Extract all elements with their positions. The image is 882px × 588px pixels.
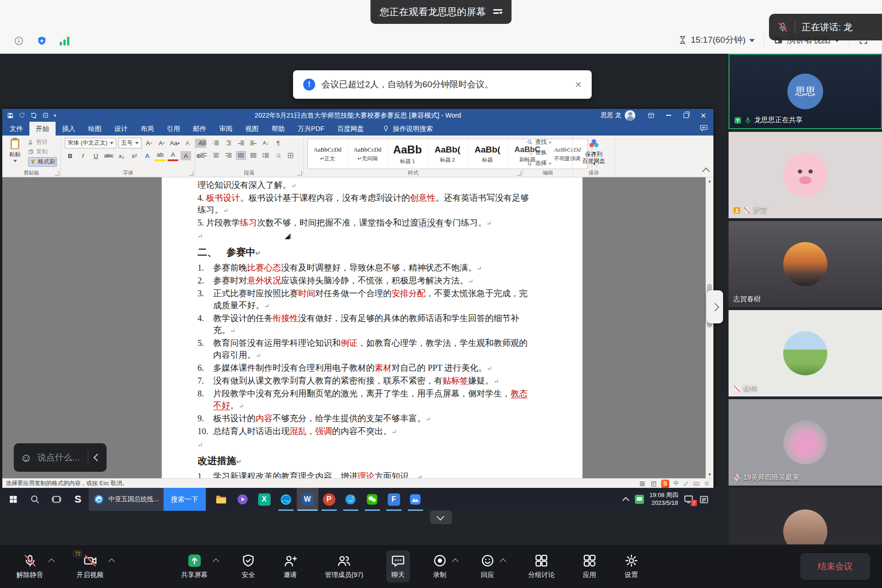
subscript-button[interactable]: x₂ xyxy=(116,151,127,160)
chevron-up-icon[interactable] xyxy=(108,559,115,565)
start-video-button[interactable]: 开启视频72 xyxy=(72,550,108,582)
ime-settings-icon[interactable] xyxy=(704,481,710,486)
find-button[interactable]: 查找▾ xyxy=(527,138,551,147)
breakout-button[interactable]: 分组讨论 xyxy=(524,550,560,582)
taskbar-app-media[interactable] xyxy=(232,488,254,511)
text-effects-button[interactable]: A xyxy=(142,151,153,160)
clear-format-icon[interactable]: A xyxy=(182,139,193,148)
font-color-button[interactable]: A xyxy=(168,150,178,161)
style-card[interactable]: AaBb(标题 xyxy=(468,139,508,169)
quick-chat-input[interactable]: ☺ 说点什么... xyxy=(14,443,107,472)
collapse-ribbon-icon[interactable] xyxy=(702,168,710,175)
minimize-icon[interactable] xyxy=(660,109,677,122)
tell-me-search[interactable]: 操作说明搜索 xyxy=(382,122,433,136)
participant-tile[interactable]: 思思龙思思正在共享 xyxy=(729,54,882,129)
taskbar-app-swirl[interactable] xyxy=(340,488,362,511)
style-card[interactable]: AaBbCcDd↵无间隔 xyxy=(348,139,388,169)
end-meeting-button[interactable]: 结束会议 xyxy=(800,553,870,580)
network-signal-icon[interactable] xyxy=(60,36,69,45)
comments-icon[interactable] xyxy=(700,124,708,132)
scroll-down-icon[interactable]: ▼ xyxy=(706,471,713,478)
dialog-launcher-icon[interactable] xyxy=(55,171,59,175)
chevron-up-icon[interactable] xyxy=(452,559,458,565)
taskbar-clock[interactable]: 19:08 周四 2023/5/18 xyxy=(650,492,678,507)
italic-button[interactable]: I xyxy=(78,151,88,160)
shield-health-icon[interactable] xyxy=(37,36,47,46)
copy-button[interactable]: 复制 xyxy=(28,147,57,156)
replace-button[interactable]: 替换 xyxy=(527,148,551,157)
reaction-button[interactable]: 回应 xyxy=(476,550,499,582)
taskbar-app-wechat[interactable] xyxy=(362,488,383,511)
task-view-icon[interactable] xyxy=(45,488,67,511)
line-spacing-icon[interactable] xyxy=(261,151,271,160)
sogou-input-icon[interactable]: S xyxy=(661,480,669,488)
word-tab-帮助[interactable]: 帮助 xyxy=(265,122,291,136)
justify-icon[interactable] xyxy=(236,151,246,160)
close-icon[interactable]: ✕ xyxy=(695,109,712,122)
invite-button[interactable]: 邀请 xyxy=(278,550,302,582)
word-tab-绘图[interactable]: 绘图 xyxy=(82,122,108,136)
tray-chat-icon[interactable] xyxy=(635,495,644,504)
pilcrow-icon[interactable]: ¶ xyxy=(273,139,283,147)
word-tab-文件[interactable]: 文件 xyxy=(3,122,29,136)
save-icon[interactable] xyxy=(7,112,14,119)
font-size-select[interactable]: 五号 xyxy=(119,138,141,148)
change-case-button[interactable]: Aa▾ xyxy=(170,139,180,148)
taskbar-app-m-app[interactable] xyxy=(405,488,426,511)
align-center-icon[interactable] xyxy=(211,151,221,160)
screen-watch-banner[interactable]: 您正在观看龙思思的屏幕 xyxy=(371,0,512,24)
account-avatar[interactable] xyxy=(625,110,635,121)
share-screen-button[interactable]: 共享屏幕 xyxy=(176,550,212,582)
taskbar-app-explorer[interactable] xyxy=(210,488,232,511)
shading-icon[interactable] xyxy=(273,151,283,160)
word-tab-视图[interactable]: 视图 xyxy=(239,122,265,136)
qat-more-icon[interactable]: ▾ xyxy=(54,113,57,119)
close-icon[interactable]: × xyxy=(575,79,582,90)
sidebar-expand-handle[interactable] xyxy=(707,290,723,323)
banner-menu-icon[interactable] xyxy=(493,9,503,15)
undo-icon[interactable] xyxy=(30,112,37,119)
paste-button[interactable]: 粘贴 xyxy=(6,138,24,170)
word-tab-插入[interactable]: 插入 xyxy=(56,122,82,136)
restore-icon[interactable] xyxy=(678,109,694,122)
security-button[interactable]: 安全 xyxy=(237,550,260,582)
chevron-up-icon[interactable] xyxy=(48,559,55,565)
distribute-icon[interactable] xyxy=(249,151,258,160)
align-left-icon[interactable] xyxy=(199,151,209,160)
scroll-up-icon[interactable]: ▲ xyxy=(706,177,713,185)
taskbar-search-icon[interactable] xyxy=(24,488,45,511)
participant-tile[interactable] xyxy=(729,488,882,544)
participant-tile[interactable]: 罗芳 xyxy=(729,132,882,218)
decrease-indent-icon[interactable] xyxy=(236,139,246,147)
apps-button[interactable]: 应用 xyxy=(578,550,601,582)
document-page[interactable]: 理论知识没有深入了解。↵4. 板书设计。板书设计基于课程内容，没有考虑到设计的创… xyxy=(162,177,582,478)
font-name-select[interactable]: 宋体 (中文正文) xyxy=(65,138,116,148)
chat-button[interactable]: 聊天 xyxy=(386,550,410,582)
sharing-indicator-icon[interactable]: 7 xyxy=(684,494,694,504)
members-button[interactable]: 管理成员(97) xyxy=(320,550,368,582)
word-tab-布局[interactable]: 布局 xyxy=(134,122,160,136)
collapse-chat-icon[interactable] xyxy=(88,443,107,472)
meeting-timer[interactable]: 15:17(60分钟) xyxy=(678,34,755,46)
participant-tile[interactable]: 志賀春樹 xyxy=(729,221,882,307)
word-tab-开始[interactable]: 开始 xyxy=(29,122,56,136)
participant-tile[interactable]: 修伟 xyxy=(729,310,882,396)
increase-indent-icon[interactable] xyxy=(249,139,258,147)
style-card[interactable]: AaBb(标题 2 xyxy=(428,139,468,169)
numbered-list-icon[interactable]: 12 xyxy=(211,139,221,147)
pen-icon[interactable] xyxy=(683,481,689,486)
start-button[interactable] xyxy=(2,488,24,511)
dialog-launcher-icon[interactable] xyxy=(517,171,521,175)
char-shading-button[interactable]: A xyxy=(181,151,191,160)
unmute-button[interactable]: 解除静音 xyxy=(12,550,48,582)
read-mode-icon[interactable] xyxy=(639,481,646,487)
select-button[interactable]: 选择▾ xyxy=(527,159,551,168)
record-button[interactable]: 录制 xyxy=(428,550,452,582)
collapse-video-list-button[interactable] xyxy=(430,510,452,524)
borders-icon[interactable] xyxy=(286,151,295,160)
redo-icon[interactable] xyxy=(19,112,25,119)
word-tab-万兴PDF[interactable]: 万兴PDF xyxy=(291,122,331,136)
touch-mode-icon[interactable] xyxy=(42,112,49,119)
taskbar-app-f-app[interactable]: F xyxy=(383,488,405,511)
align-right-icon[interactable] xyxy=(224,151,233,160)
